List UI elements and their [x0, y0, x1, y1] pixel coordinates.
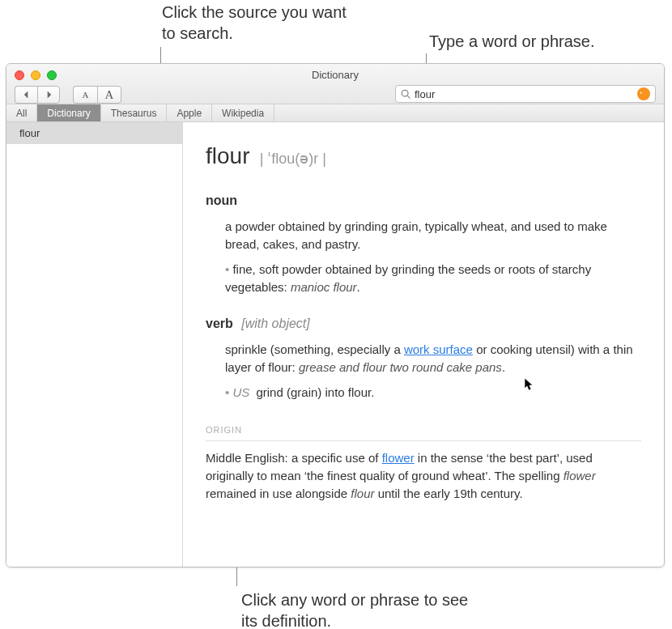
pronunciation: | ˈflou(ə)r |	[260, 151, 326, 167]
nav-buttons	[15, 86, 60, 104]
snapback-icon	[640, 90, 648, 98]
link-flower[interactable]: flower	[382, 451, 415, 465]
subdef-text: grind (grain) into flour.	[253, 385, 374, 399]
part-of-speech-verb: verb [with object]	[206, 314, 641, 333]
back-button[interactable]	[15, 86, 37, 104]
subdefinition-verb[interactable]: US grind (grain) into flour.	[225, 384, 641, 402]
origin-segment: Middle English: a specific use of	[206, 451, 382, 465]
origin-text[interactable]: Middle English: a specific use of flower…	[206, 449, 641, 502]
font-size-buttons: A A	[73, 86, 121, 104]
tab-wikipedia[interactable]: Wikipedia	[212, 104, 274, 121]
link-work-surface[interactable]: work surface	[404, 342, 473, 356]
tab-apple[interactable]: Apple	[167, 104, 212, 121]
origin-italic: flour	[351, 487, 374, 500]
search-input[interactable]	[415, 88, 637, 100]
subdef-text: fine, soft powder obtained by grinding t…	[225, 262, 591, 294]
grammar-note: [with object]	[241, 317, 309, 330]
tab-all[interactable]: All	[6, 104, 37, 121]
window-title: Dictionary	[6, 69, 664, 81]
forward-button[interactable]	[37, 86, 60, 104]
dictionary-window: Dictionary A A All Dicti	[6, 63, 665, 567]
origin-segment: until the early 19th century.	[374, 487, 522, 500]
tab-dictionary[interactable]: Dictionary	[37, 104, 100, 121]
origin-heading: ORIGIN	[206, 424, 641, 441]
annotation-click-word: Click any word or phrase to see its defi…	[241, 589, 484, 629]
definition-noun[interactable]: a powder obtained by grinding grain, typ…	[225, 218, 641, 253]
tab-thesaurus[interactable]: Thesaurus	[101, 104, 168, 121]
region-label: US	[232, 385, 249, 399]
period: .	[357, 280, 360, 294]
window-body: flour flour | ˈflou(ə)r | noun a powder …	[6, 122, 664, 567]
titlebar: Dictionary A A	[6, 64, 664, 104]
annotation-search: Type a word or phrase.	[429, 31, 595, 52]
period: .	[502, 360, 505, 374]
def-text: sprinkle (something, especially a	[225, 342, 404, 356]
sidebar: flour	[6, 122, 183, 567]
headword: flour	[206, 143, 249, 168]
increase-font-button[interactable]: A	[97, 86, 121, 104]
origin-segment: remained in use alongside	[206, 487, 351, 500]
origin-italic: flower	[564, 469, 596, 482]
source-tabs: All Dictionary Thesaurus Apple Wikipedia	[6, 104, 664, 122]
search-icon	[401, 89, 410, 99]
snapback-button[interactable]	[637, 87, 650, 100]
svg-line-1	[407, 96, 410, 98]
definition-verb[interactable]: sprinkle (something, especially a work s…	[225, 341, 641, 376]
annotation-source: Click the source you want to search.	[162, 2, 348, 44]
part-of-speech-noun: noun	[206, 191, 641, 210]
definition-pane: flour | ˈflou(ə)r | noun a powder obtain…	[183, 122, 664, 567]
sidebar-item-flour[interactable]: flour	[6, 122, 182, 144]
search-field-wrap[interactable]	[395, 85, 656, 103]
chevron-right-icon	[45, 91, 53, 99]
subdefinition-noun[interactable]: fine, soft powder obtained by grinding t…	[225, 261, 641, 296]
pos-label: verb	[206, 317, 233, 330]
decrease-font-button[interactable]: A	[73, 86, 97, 104]
chevron-left-icon	[23, 91, 30, 99]
example: manioc flour	[291, 280, 357, 294]
example: grease and flour two round cake pans	[299, 360, 502, 374]
